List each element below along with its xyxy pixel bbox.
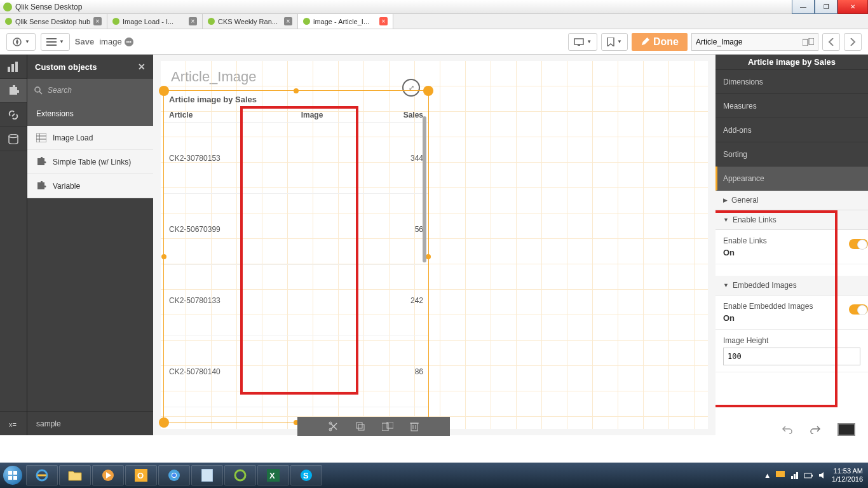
resize-handle[interactable] (423, 86, 433, 96)
canvas[interactable]: Article_Image ⤢ Article image by Sales A… (153, 55, 715, 435)
taskbar-wmp[interactable] (92, 465, 124, 485)
view-menu-button[interactable]: ▼ (41, 33, 70, 51)
accordion-dimensions[interactable]: Dimensions (715, 70, 868, 94)
search-input[interactable]: Search (27, 79, 153, 102)
svg-text:O: O (137, 471, 144, 480)
redo-icon[interactable] (810, 425, 821, 434)
tray-chevron-icon[interactable]: ▲ (764, 471, 771, 479)
object-name-input[interactable]: Article_Image (691, 33, 818, 51)
toggle-embedded[interactable] (849, 304, 868, 315)
rail-master-items[interactable] (0, 103, 27, 127)
tab-imageload[interactable]: Image Load - I...× (107, 14, 203, 29)
toolbar: ▼ ▼ Save image ••• ▼ ▼ Done Article_Imag… (0, 29, 868, 55)
skype-icon: S (300, 469, 313, 482)
copy-icon[interactable] (355, 421, 365, 431)
taskbar-qlik[interactable] (224, 465, 256, 485)
field-embedded-images: Enable Embedded Images On (715, 295, 868, 330)
taskbar-skype[interactable]: S (290, 465, 322, 485)
resize-handle[interactable] (294, 88, 299, 93)
bookmark-button[interactable]: ▼ (601, 33, 628, 51)
clock[interactable]: 11:53 AM 1/12/2016 (832, 467, 863, 484)
table-row[interactable]: CK2-5067039956 (164, 194, 428, 265)
close-icon[interactable]: × (379, 17, 388, 25)
tab-article-image[interactable]: image - Article_I...× (298, 14, 393, 29)
ext-image-load[interactable]: Image Load (27, 126, 153, 150)
section-enable-links[interactable]: ▼Enable Links (715, 210, 868, 230)
volume-icon[interactable] (818, 471, 827, 480)
table-row[interactable]: CK2-50780133242 (164, 265, 428, 336)
done-button[interactable]: Done (632, 33, 688, 51)
compass-icon (12, 37, 22, 47)
resize-handle[interactable] (161, 254, 166, 259)
side-section-extensions[interactable]: Extensions (27, 102, 153, 126)
qlik-icon (234, 469, 247, 482)
taskbar-outlook[interactable]: O (125, 465, 157, 485)
taskbar-explorer[interactable] (59, 465, 91, 485)
close-button[interactable]: ✕ (837, 0, 868, 14)
table-row[interactable]: CK2-5078014086 (164, 336, 428, 407)
side-bottom-sample[interactable]: sample (27, 411, 153, 435)
rail-charts[interactable] (0, 55, 27, 79)
accordion-measures[interactable]: Measures (715, 94, 868, 118)
browser-tabs: Qlik Sense Desktop hub× Image Load - I..… (0, 14, 868, 29)
section-embedded-images[interactable]: ▼Embedded Images (715, 276, 868, 295)
ext-variable[interactable]: Variable (27, 174, 153, 198)
selected-chart[interactable]: Article image by Sales Article Image Sal… (163, 90, 429, 423)
accordion-appearance[interactable]: Appearance (715, 166, 868, 191)
section-general[interactable]: ▶General (715, 191, 868, 210)
props-header: Article image by Sales (715, 55, 868, 70)
maximize-button[interactable]: ❐ (815, 0, 837, 14)
rail-fields[interactable] (0, 127, 27, 151)
tab-hub[interactable]: Qlik Sense Desktop hub× (0, 14, 107, 29)
taskbar-notepad[interactable] (191, 465, 223, 485)
resize-handle[interactable] (426, 254, 431, 259)
delete-icon[interactable] (410, 421, 419, 431)
notepad-icon (201, 469, 213, 482)
resize-handle[interactable] (159, 86, 169, 96)
close-icon[interactable]: × (284, 17, 292, 25)
network-icon[interactable] (790, 471, 799, 480)
accordion-sorting[interactable]: Sorting (715, 142, 868, 166)
properties-panel: Article image by Sales Dimensions Measur… (715, 55, 868, 435)
resize-handle[interactable] (159, 417, 169, 428)
accordion-addons[interactable]: Add-ons (715, 118, 868, 142)
taskbar-excel[interactable]: X (257, 465, 289, 485)
close-icon[interactable]: ✕ (138, 62, 146, 72)
ext-simple-table[interactable]: Simple Table (w/ Links) (27, 150, 153, 174)
flag-icon[interactable] (776, 471, 785, 480)
table-header: Article Image Sales (164, 108, 428, 123)
next-sheet-button[interactable] (844, 33, 862, 51)
tab-cks[interactable]: CKS Weekly Ran...× (203, 14, 298, 29)
ie-icon (35, 468, 49, 482)
undo-icon[interactable] (782, 425, 793, 434)
taskbar-ie[interactable] (26, 465, 58, 485)
global-menu-button[interactable]: ▼ (6, 33, 36, 51)
toggle-enable-links[interactable] (849, 239, 868, 249)
field-image-height: Image Height (715, 330, 868, 372)
system-tray[interactable]: ▲ 11:53 AM 1/12/2016 (764, 467, 868, 484)
rail-custom-objects[interactable] (0, 79, 27, 103)
fullscreen-icon[interactable] (837, 423, 855, 436)
device-preview-button[interactable]: ▼ (568, 33, 597, 51)
image-height-input[interactable] (723, 348, 860, 365)
prev-sheet-button[interactable] (822, 33, 840, 51)
start-button[interactable] (0, 463, 25, 488)
svg-rect-15 (36, 133, 46, 142)
taskbar-chrome[interactable] (158, 465, 190, 485)
sheet-surface[interactable]: Article_Image ⤢ Article image by Sales A… (161, 61, 708, 429)
save-button[interactable]: Save (75, 37, 94, 46)
scrollbar[interactable] (423, 116, 426, 262)
svg-rect-50 (804, 473, 811, 478)
svg-text:x=: x= (9, 421, 17, 428)
paste-icon[interactable] (382, 422, 393, 431)
close-icon[interactable]: × (93, 17, 102, 25)
close-icon[interactable]: × (189, 17, 197, 25)
table-row[interactable]: CK2-30780153344 (164, 123, 428, 194)
cut-icon[interactable] (329, 421, 339, 431)
battery-icon[interactable] (804, 471, 813, 480)
minimize-button[interactable]: — (792, 0, 815, 14)
rail-variables[interactable]: x= (0, 411, 27, 435)
svg-text:S: S (303, 471, 309, 480)
sheet-name[interactable]: image ••• (99, 37, 133, 46)
props-body: ▶General ▼Enable Links Enable Links On ▼… (715, 191, 868, 435)
